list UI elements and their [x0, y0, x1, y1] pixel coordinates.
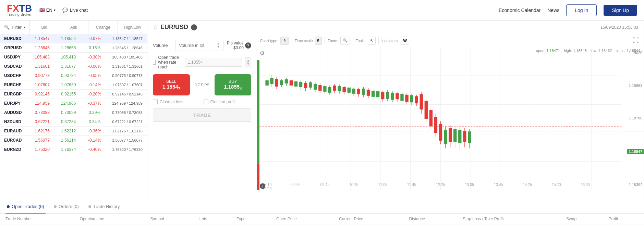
- header: FXTB Trading Broker. 🇬🇧 EN ▾ 💬 Live chat…: [0, 0, 644, 21]
- symbol-row[interactable]: USDJPY 105.403 105.413 -0.30% 105.403 / …: [0, 53, 147, 62]
- news-link[interactable]: News: [547, 8, 559, 13]
- svg-rect-58: [367, 90, 370, 96]
- buy-price: 1.18554: [224, 84, 242, 90]
- signup-button[interactable]: Sign Up: [604, 5, 637, 16]
- tools-cursor-btn[interactable]: ↖: [368, 37, 376, 45]
- close-at-profit-checkbox[interactable]: [204, 100, 208, 104]
- symbol-row[interactable]: NZDUSD 0.67221 0.67234 0.34% 0.67221 / 0…: [0, 117, 147, 127]
- star-icon[interactable]: ☆: [153, 24, 158, 30]
- svg-rect-86: [434, 117, 437, 133]
- rate-row: Open trade when rate reach ▲ ▼: [153, 55, 251, 69]
- close-at-profit-row: Close at profit: [204, 100, 252, 104]
- chart-type-label: Chart type:: [260, 39, 278, 43]
- close-at-loss-checkbox[interactable]: [153, 100, 158, 104]
- symbol-row[interactable]: EURNZD 1.76320 1.76374 -0.40% 1.76320 / …: [0, 145, 147, 154]
- sym-ask: 1.18554: [55, 36, 81, 41]
- symbol-row[interactable]: USDCAD 1.31661 1.31677 -0.06% 1.31661 / …: [0, 62, 147, 71]
- sym-bid: 1.56077: [29, 138, 55, 143]
- symbol-row[interactable]: GBPUSD 1.28645 1.28658 0.15% 1.28645 / 1…: [0, 43, 147, 53]
- tab-open-trades[interactable]: Open Trades (0): [5, 200, 46, 213]
- rate-input[interactable]: [185, 58, 242, 67]
- sym-highlow: 1.18547 / 1.18547: [108, 37, 147, 41]
- svg-rect-62: [376, 91, 379, 97]
- price-level-1: 1.18863: [623, 83, 644, 88]
- sym-ask: 105.413: [55, 55, 81, 60]
- col-opening-time: Opening time: [74, 214, 145, 224]
- login-button[interactable]: Log In: [566, 4, 597, 16]
- symbol-row[interactable]: EURCAD 1.56077 1.56114 -0.14% 1.56077 / …: [0, 136, 147, 145]
- buy-button[interactable]: BUY 1.18554: [215, 74, 252, 95]
- price-level-2: 1.18706: [623, 116, 644, 120]
- symbol-panel: 🔍 Filter ▾ Bid Ask Change High/Low EURUS…: [0, 21, 147, 200]
- sym-name: EURCAD: [0, 138, 29, 143]
- chart-info-icon[interactable]: i: [260, 183, 265, 189]
- symbol-row[interactable]: EURAUD 1.62176 1.62212 -0.36% 1.62176 / …: [0, 127, 147, 136]
- candlestick-chart: 08:10 15/09 09:05 09:45 10:25 11:05 11:4…: [260, 47, 621, 190]
- svg-rect-16: [265, 80, 268, 86]
- svg-rect-48: [342, 87, 345, 92]
- zoom-label: Zoom:: [328, 39, 338, 43]
- svg-rect-50: [348, 88, 351, 93]
- symbol-row[interactable]: USDCHF 0.90773 0.90784 -0.05% 0.90773 / …: [0, 71, 147, 80]
- tab-orders[interactable]: Orders (0): [52, 200, 80, 213]
- info-icon[interactable]: i: [191, 24, 197, 30]
- live-chat-label: Live chat: [70, 8, 88, 13]
- expand-btn[interactable]: ⛶: [631, 37, 641, 45]
- chart-panel: Chart type: 🕯 Time scale 5 Zoom: 🔍 Tools…: [257, 34, 644, 200]
- economic-calendar-link[interactable]: Economic Calendar: [499, 8, 540, 13]
- high-val: 1.18548: [573, 49, 587, 53]
- close-val: 1.18544: [627, 49, 640, 53]
- sym-highlow: 0.92145 / 0.92145: [108, 92, 147, 96]
- symbol-row[interactable]: EURCHF 1.07607 1.07630 -0.14% 1.07607 / …: [0, 80, 147, 90]
- sym-bid: 1.31661: [29, 64, 55, 69]
- trade-button[interactable]: TRADE: [153, 108, 251, 122]
- sym-bid: 1.07607: [29, 82, 55, 87]
- volume-arrows[interactable]: ▲ ▼: [217, 42, 220, 49]
- symbol-row[interactable]: AUDUSD 0.73088 0.73099 0.29% 0.73088 / 0…: [0, 108, 147, 117]
- order-panel: Volume ▲ ▼ Pip value $0.00: [147, 34, 257, 200]
- volume-input[interactable]: [179, 43, 217, 48]
- svg-rect-52: [352, 89, 355, 94]
- zoom-btn[interactable]: 🔍: [340, 37, 350, 45]
- close-at-loss-row: Close at loss: [153, 100, 201, 104]
- table-header-row: Trade Number Opening time Symbol Lots Ty…: [0, 214, 644, 224]
- sym-bid: 1.76320: [29, 147, 55, 152]
- sym-ask: 1.28658: [55, 46, 81, 50]
- symbol-row[interactable]: EURGBP 0.92145 0.92155 -0.20% 0.92145 / …: [0, 90, 147, 99]
- live-chat-button[interactable]: 💬 Live chat: [62, 8, 88, 13]
- candlestick-btn[interactable]: 🕯: [280, 37, 289, 45]
- volume-label: Volume: [153, 43, 172, 48]
- open-trade-label: Open trade when rate reach: [158, 55, 182, 69]
- sym-name: EURCHF: [0, 82, 29, 87]
- svg-rect-34: [309, 82, 312, 88]
- svg-rect-98: [463, 131, 466, 142]
- open-trade-checkbox[interactable]: [153, 60, 156, 65]
- buy-label: BUY: [218, 79, 248, 84]
- volume-input-wrapper: ▲ ▼: [175, 40, 223, 51]
- filter-button[interactable]: 🔍 Filter ▾: [0, 21, 30, 34]
- trading-header: ☆ EUR/USD i 15/09/2020 15:53:03: [147, 21, 644, 34]
- close-at-loss-label: Close at loss: [160, 100, 183, 104]
- col-open-price: Open Price: [271, 214, 333, 224]
- open-val: 1.18471: [546, 49, 560, 53]
- sym-change: -0.06%: [82, 64, 108, 69]
- language-selector[interactable]: 🇬🇧 EN ▾: [39, 8, 56, 13]
- tab-trade-history[interactable]: Trade History: [87, 200, 121, 213]
- sell-button[interactable]: SELL 1.18547: [153, 74, 190, 95]
- sym-ask: 1.07630: [55, 82, 81, 87]
- header-left: FXTB Trading Broker. 🇬🇧 EN ▾ 💬 Live chat: [7, 4, 88, 16]
- svg-rect-82: [425, 101, 428, 119]
- sym-bid: 0.92145: [29, 92, 55, 96]
- sym-name: EURNZD: [0, 147, 29, 152]
- symbol-row[interactable]: EURUSD 1.18547 1.18554 -0.07% 1.18547 / …: [0, 34, 147, 43]
- current-price-wrapper: 1.18547: [623, 149, 644, 154]
- logo: FXTB Trading Broker.: [7, 4, 33, 16]
- symbol-row[interactable]: EURJPY 124.959 124.966 -0.37% 124.959 / …: [0, 99, 147, 108]
- svg-rect-32: [304, 83, 307, 88]
- sym-highlow: 1.31661 / 1.31661: [108, 64, 147, 68]
- indicators-btn[interactable]: W: [401, 37, 409, 45]
- sym-highlow: 105.403 / 105.403: [108, 55, 147, 59]
- svg-rect-64: [381, 92, 384, 99]
- help-icon[interactable]: ?: [245, 42, 251, 49]
- time-scale-btn[interactable]: 5: [315, 37, 322, 45]
